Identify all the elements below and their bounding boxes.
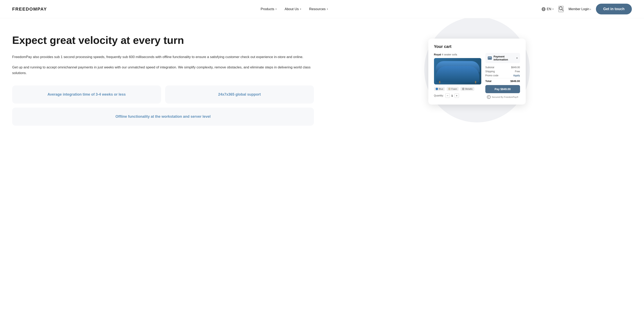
leg-1 xyxy=(439,81,440,83)
get-in-touch-button[interactable]: Get in touch xyxy=(596,4,632,15)
total-row: Total $849.00 xyxy=(485,78,520,83)
cart-title: Your cart xyxy=(434,44,520,49)
freedompay-badge-icon: F xyxy=(487,95,490,99)
stat-card-offline: Offline functionality at the workstation… xyxy=(12,108,314,126)
price-rows: Subtotal $849.00 Shipping Free Promo cod… xyxy=(485,66,520,83)
quantity-decrease-button[interactable]: − xyxy=(445,93,450,98)
credit-card-icon xyxy=(488,57,492,60)
cart-product-section: Royal 4 seater sofa xyxy=(434,53,481,99)
cart-product-name: Royal 4 seater sofa xyxy=(434,53,481,56)
hero-title: Expect great velocity at every turn xyxy=(12,35,314,46)
arrow-right-icon: › xyxy=(590,8,591,11)
nav-resources[interactable]: Resources ▾ xyxy=(309,7,328,11)
color-swatch-metallic[interactable]: Metallic xyxy=(460,87,474,91)
nav-about[interactable]: About Us ▾ xyxy=(285,7,301,11)
quantity-value: 1 xyxy=(452,94,453,97)
logo[interactable]: FREEDOMPAY xyxy=(12,7,47,12)
cart-body: Royal 4 seater sofa xyxy=(434,53,520,99)
member-login-link[interactable]: Member Login › xyxy=(568,7,591,11)
sofa-legs xyxy=(439,81,476,83)
search-icon xyxy=(559,6,563,11)
chevron-down-icon: ▾ xyxy=(276,8,276,10)
svg-line-6 xyxy=(562,10,563,11)
product-image xyxy=(434,58,481,85)
stat-card-integration: Average integration time of 3-4 weeks or… xyxy=(12,86,161,104)
main-content: Expect great velocity at every turn Free… xyxy=(0,18,644,326)
color-circle-foam xyxy=(448,88,451,90)
shipping-row: Shipping Free xyxy=(485,70,520,73)
chevron-down-icon: ▾ xyxy=(516,57,518,60)
chevron-down-icon: ▾ xyxy=(552,8,554,10)
chevron-down-icon: ▾ xyxy=(300,8,301,10)
secured-by-row: F Secured By FreedomPay® xyxy=(485,95,520,99)
pay-button[interactable]: Pay $849.00 xyxy=(485,85,520,93)
quantity-increase-button[interactable]: + xyxy=(454,93,459,98)
subtotal-row: Subtotal $849.00 xyxy=(485,66,520,69)
search-button[interactable] xyxy=(558,6,564,12)
promo-row: Promo code Apply xyxy=(485,74,520,77)
color-swatch-foam[interactable]: Foam xyxy=(446,87,459,91)
svg-point-5 xyxy=(559,7,562,10)
globe-icon xyxy=(542,7,546,11)
quantity-row: Quantity: − 1 + xyxy=(434,93,481,98)
stat-cards: Average integration time of 3-4 weeks or… xyxy=(12,86,314,126)
color-options: Blue Foam Metallic xyxy=(434,87,481,91)
cart-payment-section: Payment information ▾ Subtotal $849.00 S… xyxy=(485,53,520,99)
chevron-down-icon: ▾ xyxy=(327,8,328,10)
color-circle-metallic xyxy=(462,88,464,90)
nav-right: EN ▾ Member Login › Get in touch xyxy=(542,4,632,15)
leg-2 xyxy=(475,81,476,83)
hero-description-2: Get up and running to accept omnichannel… xyxy=(12,65,314,76)
stat-card-support: 24x7x365 global support xyxy=(165,86,314,104)
payment-info-header[interactable]: Payment information ▾ xyxy=(485,53,520,63)
cart-card: Your cart Royal 4 seater sofa xyxy=(428,39,526,105)
left-section: Expect great velocity at every turn Free… xyxy=(12,35,322,126)
navbar: FREEDOMPAY Products ▾ About Us ▾ Resourc… xyxy=(0,0,644,18)
svg-rect-7 xyxy=(488,57,491,59)
payment-info-label: Payment information xyxy=(488,55,516,61)
nav-products[interactable]: Products ▾ xyxy=(261,7,276,11)
nav-center: Products ▾ About Us ▾ Resources ▾ xyxy=(261,7,328,11)
sofa-base xyxy=(436,66,479,82)
color-swatch-blue[interactable]: Blue xyxy=(434,87,445,91)
color-circle-blue xyxy=(436,88,438,90)
language-selector[interactable]: EN ▾ xyxy=(542,7,554,11)
promo-apply-button[interactable]: Apply xyxy=(513,74,520,77)
right-section: Your cart Royal 4 seater sofa xyxy=(322,35,632,105)
hero-description-1: FreedomPay also provides sub 1 second pr… xyxy=(12,54,314,60)
